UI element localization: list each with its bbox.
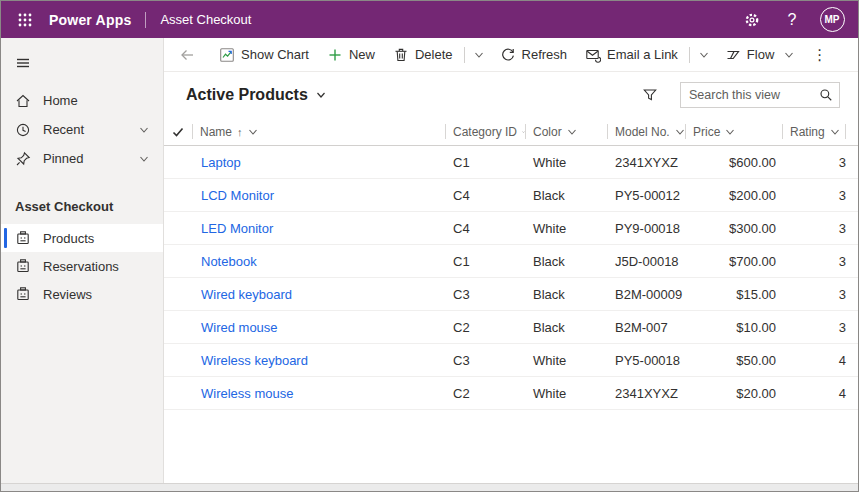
cell-model-no: 2341XYXZ bbox=[607, 155, 685, 170]
search-input[interactable] bbox=[689, 88, 819, 102]
row-checkbox[interactable] bbox=[164, 344, 192, 376]
cell-color: White bbox=[525, 221, 607, 236]
table-row[interactable]: Wired keyboard C3 Black B2M-00009 $15.00… bbox=[164, 278, 858, 311]
cell-name[interactable]: Notebook bbox=[192, 254, 445, 269]
email-link-icon bbox=[585, 47, 601, 63]
trash-icon bbox=[393, 47, 409, 63]
chevron-down-icon bbox=[474, 50, 484, 60]
column-label: Name bbox=[200, 125, 232, 139]
column-header-color[interactable]: Color bbox=[525, 118, 607, 145]
commandbar-separator bbox=[464, 47, 465, 63]
table-row[interactable]: LCD Monitor C4 Black PY5-00012 $200.00 3 bbox=[164, 179, 858, 212]
app-context-title[interactable]: Asset Checkout bbox=[160, 12, 251, 27]
column-header-model-no[interactable]: Model No. bbox=[607, 118, 685, 145]
sidebar-item-reservations[interactable]: Reservations bbox=[1, 252, 163, 280]
cell-color: White bbox=[525, 386, 607, 401]
column-header-rating[interactable]: Rating bbox=[782, 118, 858, 145]
chevron-down-icon bbox=[248, 127, 258, 137]
new-button[interactable]: New bbox=[318, 41, 384, 69]
show-chart-button[interactable]: Show Chart bbox=[210, 41, 318, 69]
cell-price: $600.00 bbox=[685, 155, 782, 170]
email-link-label: Email a Link bbox=[607, 47, 678, 62]
checkmark-icon bbox=[172, 126, 184, 138]
view-selector[interactable]: Active Products bbox=[186, 86, 326, 104]
row-checkbox[interactable] bbox=[164, 212, 192, 244]
cell-price: $20.00 bbox=[685, 386, 782, 401]
delete-button[interactable]: Delete bbox=[384, 41, 462, 69]
sidebar: Home Recent Pinned bbox=[1, 38, 164, 491]
sidebar-item-home[interactable]: Home bbox=[1, 86, 163, 115]
refresh-icon bbox=[500, 47, 516, 63]
row-checkbox[interactable] bbox=[164, 146, 192, 178]
more-commands-button[interactable]: ⋮ bbox=[803, 41, 837, 69]
row-checkbox[interactable] bbox=[164, 179, 192, 211]
sidebar-item-label: Reservations bbox=[43, 259, 119, 274]
table-row[interactable]: Laptop C1 White 2341XYXZ $600.00 3 bbox=[164, 146, 858, 179]
table-row[interactable]: LED Monitor C4 White PY9-00018 $300.00 3 bbox=[164, 212, 858, 245]
chevron-down-icon[interactable] bbox=[139, 125, 149, 135]
column-header-price[interactable]: Price bbox=[685, 118, 782, 145]
row-checkbox[interactable] bbox=[164, 377, 192, 409]
sidebar-item-products[interactable]: Products bbox=[1, 224, 163, 252]
back-button[interactable] bbox=[172, 47, 202, 63]
cell-name[interactable]: Laptop bbox=[192, 155, 445, 170]
product-icon bbox=[15, 286, 31, 302]
cell-rating: 3 bbox=[782, 320, 858, 335]
email-link-button[interactable]: Email a Link bbox=[576, 41, 687, 69]
table-row[interactable]: Wireless keyboard C3 White PY5-00018 $50… bbox=[164, 344, 858, 377]
refresh-button[interactable]: Refresh bbox=[491, 41, 577, 69]
select-all-checkbox[interactable] bbox=[164, 118, 192, 145]
view-header: Active Products bbox=[164, 72, 858, 118]
row-checkbox[interactable] bbox=[164, 311, 192, 343]
sidebar-item-recent[interactable]: Recent bbox=[1, 115, 163, 144]
flow-button[interactable]: Flow bbox=[716, 41, 803, 69]
cell-name[interactable]: Wired keyboard bbox=[192, 287, 445, 302]
search-icon[interactable] bbox=[819, 88, 833, 102]
cell-name[interactable]: Wireless keyboard bbox=[192, 353, 445, 368]
chevron-down-icon[interactable] bbox=[139, 154, 149, 164]
sitemap-toggle-button[interactable] bbox=[1, 46, 163, 80]
account-button[interactable]: MP bbox=[816, 4, 848, 36]
column-label: Price bbox=[693, 125, 720, 139]
table-row[interactable]: Wired mouse C2 Black B2M-007 $10.00 3 bbox=[164, 311, 858, 344]
cell-rating: 3 bbox=[782, 188, 858, 203]
cell-color: White bbox=[525, 155, 607, 170]
column-header-name[interactable]: Name ↑ bbox=[192, 118, 445, 145]
product-icon bbox=[15, 230, 31, 246]
cell-category-id: C3 bbox=[445, 353, 525, 368]
cell-name[interactable]: Wired mouse bbox=[192, 320, 445, 335]
row-checkbox[interactable] bbox=[164, 278, 192, 310]
cell-category-id: C1 bbox=[445, 155, 525, 170]
chevron-down-icon bbox=[699, 50, 709, 60]
row-checkbox[interactable] bbox=[164, 245, 192, 277]
more-commands-icon: ⋮ bbox=[812, 46, 828, 64]
refresh-label: Refresh bbox=[522, 47, 568, 62]
delete-overflow-chevron[interactable] bbox=[467, 41, 491, 69]
sidebar-item-pinned[interactable]: Pinned bbox=[1, 144, 163, 173]
cell-name[interactable]: LED Monitor bbox=[192, 221, 445, 236]
waffle-menu-button[interactable] bbox=[9, 4, 41, 36]
cell-category-id: C4 bbox=[445, 221, 525, 236]
filter-button[interactable] bbox=[636, 81, 664, 109]
help-icon: ? bbox=[788, 11, 797, 29]
flow-label: Flow bbox=[747, 47, 774, 62]
table-row[interactable]: Wireless mouse C2 White 2341XYXZ $20.00 … bbox=[164, 377, 858, 410]
cell-model-no: PY5-00018 bbox=[607, 353, 685, 368]
sidebar-section-title: Asset Checkout bbox=[1, 173, 163, 224]
sidebar-item-label: Pinned bbox=[43, 151, 83, 166]
email-overflow-chevron[interactable] bbox=[692, 41, 716, 69]
cell-name[interactable]: Wireless mouse bbox=[192, 386, 445, 401]
cell-model-no: PY5-00012 bbox=[607, 188, 685, 203]
app-name[interactable]: Power Apps bbox=[49, 12, 131, 28]
settings-button[interactable] bbox=[736, 4, 768, 36]
sidebar-item-reviews[interactable]: Reviews bbox=[1, 280, 163, 308]
view-title-label: Active Products bbox=[186, 86, 308, 104]
table-row[interactable]: Notebook C1 Black J5D-00018 $700.00 3 bbox=[164, 245, 858, 278]
cell-name[interactable]: LCD Monitor bbox=[192, 188, 445, 203]
help-button[interactable]: ? bbox=[776, 4, 808, 36]
cell-category-id: C2 bbox=[445, 386, 525, 401]
clock-icon bbox=[15, 122, 31, 138]
column-header-category-id[interactable]: Category ID bbox=[445, 118, 525, 145]
horizontal-scrollbar[interactable] bbox=[1, 483, 858, 491]
cell-rating: 3 bbox=[782, 287, 858, 302]
